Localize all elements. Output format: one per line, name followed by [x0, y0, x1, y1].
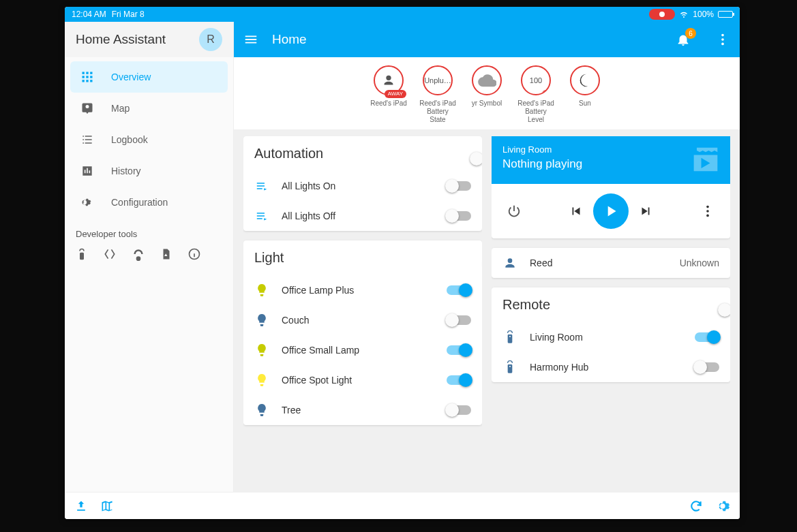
- glance-value: 100%: [521, 65, 551, 95]
- sidebar-item-configuration[interactable]: Configuration: [70, 187, 228, 218]
- person-card: Reed Unknown: [492, 248, 730, 278]
- nav: OverviewMapLogbookHistoryConfiguration: [65, 57, 233, 222]
- dev-mqtt-icon[interactable]: [132, 247, 145, 261]
- bulb-icon: [254, 343, 269, 358]
- bulb-icon: [254, 373, 269, 388]
- play-button[interactable]: [593, 193, 629, 229]
- remote-label: Living Room: [530, 332, 682, 343]
- topbar: Home 6: [234, 22, 740, 57]
- svg-rect-0: [82, 72, 85, 74]
- svg-rect-1: [86, 72, 88, 74]
- svg-point-14: [706, 210, 709, 213]
- svg-rect-6: [82, 80, 85, 82]
- light-row[interactable]: Office Spot Light: [243, 365, 482, 395]
- chart-icon: [80, 164, 95, 178]
- light-switch[interactable]: [447, 375, 471, 385]
- dev-template-icon[interactable]: [103, 247, 117, 261]
- map-button[interactable]: [100, 499, 114, 513]
- app-title: Home Assistant: [76, 32, 192, 47]
- bulb-icon: [254, 283, 269, 298]
- menu-button[interactable]: [243, 32, 258, 47]
- automation-row[interactable]: All Lights On: [243, 171, 482, 201]
- settings-button[interactable]: [715, 499, 730, 514]
- grid-icon: [80, 70, 95, 84]
- person-state: Unknown: [680, 257, 719, 268]
- automation-icon: [254, 210, 269, 221]
- light-switch[interactable]: [447, 285, 471, 295]
- light-switch[interactable]: [447, 315, 471, 325]
- svg-point-15: [706, 215, 709, 217]
- power-button[interactable]: [502, 201, 526, 221]
- notifications-button[interactable]: 6: [676, 32, 691, 47]
- remote-card: Remote Living RoomHarmony Hub: [492, 287, 730, 382]
- media-header[interactable]: Living Room Nothing playing: [492, 136, 730, 184]
- automation-switch[interactable]: [447, 211, 471, 221]
- overflow-button[interactable]: [715, 32, 730, 47]
- refresh-button[interactable]: [689, 499, 703, 513]
- status-bar: 12:04 AM Fri Mar 8 100%: [65, 7, 740, 22]
- glance-label: Reed's iPad Battery State: [419, 99, 456, 124]
- media-overflow-button[interactable]: [696, 201, 719, 221]
- sidebar-item-logbook[interactable]: Logbook: [70, 124, 228, 155]
- svg-point-13: [706, 206, 709, 208]
- glance-item[interactable]: Unplu…Reed's iPad Battery State: [419, 65, 456, 124]
- glance-item[interactable]: 100%Reed's iPad Battery Level: [517, 65, 554, 124]
- light-switch[interactable]: [447, 405, 471, 415]
- automation-switch[interactable]: [447, 181, 471, 191]
- list-icon: [80, 133, 95, 146]
- svg-rect-3: [82, 76, 85, 78]
- prev-button[interactable]: [565, 201, 588, 221]
- automation-card: Automation All Lights OnAll Lights Off: [243, 136, 482, 231]
- sidebar-item-label: Configuration: [111, 197, 168, 208]
- light-row[interactable]: Couch: [243, 305, 482, 335]
- next-button[interactable]: [634, 201, 657, 221]
- sidebar-header: Home Assistant R: [65, 22, 233, 57]
- glance-row: AWAYReed's iPadUnplu…Reed's iPad Battery…: [234, 57, 740, 129]
- light-row[interactable]: Office Lamp Plus: [243, 275, 482, 305]
- media-room: Living Room: [502, 144, 719, 155]
- automation-row[interactable]: All Lights Off: [243, 201, 482, 231]
- page-title: Home: [272, 32, 307, 47]
- sidebar-item-overview[interactable]: Overview: [70, 61, 228, 93]
- avatar[interactable]: R: [199, 28, 222, 51]
- status-time: 12:04 AM: [72, 10, 106, 19]
- person-name: Reed: [530, 257, 667, 268]
- light-switch[interactable]: [447, 345, 471, 355]
- glance-circle: [472, 65, 502, 95]
- upload-button[interactable]: [74, 499, 88, 513]
- svg-point-11: [721, 38, 724, 41]
- sidebar-item-label: Map: [111, 103, 130, 114]
- light-label: Tree: [282, 405, 434, 416]
- remote-row[interactable]: Living Room: [492, 322, 730, 352]
- dev-file-icon[interactable]: [160, 247, 172, 261]
- sidebar-item-map[interactable]: Map: [70, 93, 228, 124]
- remote-switch[interactable]: [695, 362, 719, 372]
- svg-rect-7: [86, 80, 88, 82]
- glance-item[interactable]: AWAYReed's iPad: [370, 65, 407, 124]
- light-row[interactable]: Office Small Lamp: [243, 335, 482, 365]
- glance-item[interactable]: Sun: [567, 65, 603, 124]
- glance-circle: [570, 65, 600, 95]
- automation-icon: [254, 181, 269, 191]
- media-card: Living Room Nothing playing: [492, 136, 730, 238]
- dev-tools-row: [65, 243, 233, 265]
- remote-icon: [502, 330, 517, 345]
- content: Home 6 AWAYReed's iPadUnplu…Reed's iPad …: [234, 22, 740, 492]
- light-title: Light: [254, 250, 471, 266]
- gear-icon: [80, 195, 95, 209]
- dev-tools-title: Developer tools: [65, 222, 233, 243]
- dev-info-icon[interactable]: [187, 247, 201, 261]
- remote-row[interactable]: Harmony Hub: [492, 352, 730, 382]
- person-row[interactable]: Reed Unknown: [492, 248, 730, 278]
- media-state: Nothing playing: [502, 157, 719, 171]
- light-row[interactable]: Tree: [243, 395, 482, 425]
- sidebar-item-label: History: [111, 166, 141, 176]
- glance-label: Reed's iPad Battery Level: [517, 99, 554, 124]
- glance-item[interactable]: yr Symbol: [468, 65, 505, 124]
- sidebar-item-history[interactable]: History: [70, 155, 228, 187]
- svg-rect-8: [90, 80, 92, 82]
- dev-remote-icon[interactable]: [76, 247, 88, 261]
- remote-switch[interactable]: [695, 332, 719, 342]
- svg-rect-4: [86, 76, 88, 78]
- sidebar: Home Assistant R OverviewMapLogbookHisto…: [65, 22, 234, 492]
